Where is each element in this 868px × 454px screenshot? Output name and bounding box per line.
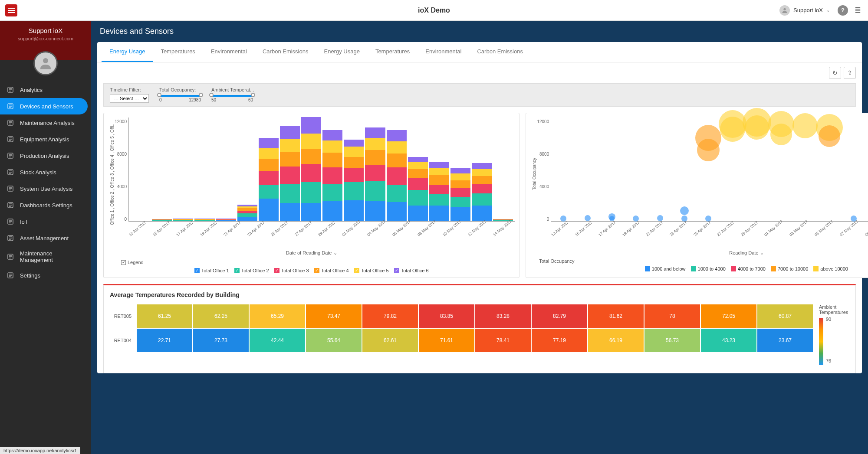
bar-segment	[280, 203, 300, 221]
legend-swatch	[645, 266, 650, 271]
occupancy-slider[interactable]	[159, 95, 201, 97]
bar-segment	[387, 185, 407, 202]
timeline-filter-select[interactable]: --- Select ---	[110, 94, 149, 103]
svg-point-1	[43, 58, 48, 63]
bar-segment	[472, 163, 492, 169]
bar-segment	[301, 164, 321, 182]
legend-item[interactable]: ✓Total Office 3	[274, 268, 309, 273]
bar-segment	[450, 180, 470, 188]
sidebar-item-devices-and-sensors[interactable]: Devices and Sensors	[0, 98, 88, 114]
scale-mid: 76	[826, 358, 831, 363]
tab-temperatures-1[interactable]: Temperatures	[153, 42, 203, 62]
legend-label: Total Office 1	[201, 268, 229, 273]
heatmap-cell: 65.29	[250, 304, 305, 328]
bar-segment	[322, 130, 342, 140]
bar-segment	[429, 162, 449, 168]
slider-thumb-min[interactable]	[157, 93, 161, 97]
sidebar-item-equipment-analysis[interactable]: Equipment Analysis	[0, 131, 91, 147]
sidebar-item-settings[interactable]: Settings	[0, 267, 91, 284]
nav-icon	[6, 135, 15, 144]
page-title: Devices and Sensors	[91, 21, 868, 42]
refresh-button[interactable]: ↻	[829, 67, 841, 79]
bar-segment	[259, 138, 279, 148]
heatmap-title: Average Temperatures Recorded by Buildin…	[110, 291, 849, 298]
bar-segment	[429, 175, 449, 185]
bar-column	[259, 138, 279, 221]
nav-label: Settings	[20, 272, 40, 279]
legend-item[interactable]: above 10000	[813, 266, 848, 271]
bar-segment	[408, 169, 428, 178]
timeline-filter: Timeline Filter: --- Select ---	[110, 87, 149, 103]
legend-item[interactable]: ✓Total Office 6	[394, 268, 429, 273]
heatmap-panel: Average Temperatures Recorded by Buildin…	[103, 284, 856, 373]
sidebar-item-production-analysis[interactable]: Production Analysis	[0, 147, 91, 164]
tab-energy-usage-4[interactable]: Energy Usage	[316, 42, 367, 62]
tab-environmental-2[interactable]: Environmental	[203, 42, 255, 62]
legend-item[interactable]: 7000 to 10000	[771, 266, 808, 271]
legend-item[interactable]: ✓Total Office 4	[314, 268, 349, 273]
tab-bar: Energy UsageTemperaturesEnvironmentalCar…	[97, 42, 862, 62]
tab-temperatures-5[interactable]: Temperatures	[368, 42, 418, 62]
tab-environmental-6[interactable]: Environmental	[418, 42, 469, 62]
svg-point-0	[783, 8, 786, 10]
legend-item[interactable]: 4000 to 7000	[731, 266, 766, 271]
bubble-x-labels: 13 Apr 201715 Apr 201717 Apr 201719 Apr …	[548, 230, 868, 238]
tab-carbon-emissions-3[interactable]: Carbon Emissions	[255, 42, 316, 62]
sidebar-item-analytics[interactable]: Analytics	[0, 82, 91, 98]
legend-toggle[interactable]: ✓Legend	[121, 260, 144, 265]
slider-thumb-min[interactable]	[209, 93, 214, 97]
menu-button[interactable]	[5, 4, 17, 16]
bubble-legend: 1000 and below1000 to 40004000 to 700070…	[530, 266, 868, 272]
sidebar-item-asset-management[interactable]: Asset Management	[0, 230, 91, 246]
legend-label: Total Office 2	[241, 268, 269, 273]
heatmap-cell: 77.19	[532, 329, 587, 352]
help-button[interactable]: ?	[838, 5, 848, 16]
bar-segment	[259, 199, 279, 221]
list-button[interactable]: ≣	[852, 5, 863, 16]
legend-label: Total Office 5	[361, 268, 389, 273]
heatmap-cell: 82.79	[532, 304, 587, 328]
heatmap-row-label: RET005	[110, 314, 136, 319]
bar-segment	[450, 207, 470, 221]
filter-bar: Timeline Filter: --- Select --- Total Oc…	[103, 83, 856, 107]
bar-segment	[301, 149, 321, 164]
slider-thumb-max[interactable]	[251, 93, 255, 97]
tab-carbon-emissions-7[interactable]: Carbon Emissions	[469, 42, 531, 62]
legend-item[interactable]: ✓Total Office 5	[354, 268, 389, 273]
sidebar-avatar[interactable]	[33, 51, 58, 75]
sidebar-item-dashboards-settings[interactable]: Dashboards Settings	[0, 197, 91, 213]
sidebar-item-stock-analysis[interactable]: Stock Analysis	[0, 164, 91, 180]
legend-item[interactable]: ✓Total Office 1	[194, 268, 229, 273]
tab-energy-usage-0[interactable]: Energy Usage	[102, 42, 153, 62]
ambient-slider[interactable]	[211, 95, 253, 97]
bar-segment	[280, 167, 300, 184]
legend-swatch	[691, 266, 696, 271]
bar-segment	[237, 217, 257, 221]
bar-segment	[472, 206, 492, 221]
sidebar-item-system-use-analysis[interactable]: System Use Analysis	[0, 180, 91, 197]
bar-column	[408, 157, 428, 221]
main: Devices and Sensors Energy UsageTemperat…	[91, 21, 868, 454]
bubble-point	[745, 115, 769, 140]
legend-item[interactable]: 1000 and below	[645, 266, 686, 271]
export-button[interactable]: ⇪	[844, 67, 856, 79]
sidebar-item-maintenance-management[interactable]: Maintenance Management	[0, 246, 91, 267]
heatmap-scale: Ambient Temperatures 90 76	[819, 304, 849, 367]
sidebar-item-maintenance-analysis[interactable]: Maintenance Analysis	[0, 114, 91, 131]
user-name: Support ioX	[793, 7, 823, 13]
legend-swatch	[771, 266, 776, 271]
nav-icon	[6, 168, 15, 176]
legend-item[interactable]: 1000 to 4000	[691, 266, 726, 271]
slider-thumb-max[interactable]	[199, 93, 203, 97]
legend-item[interactable]: ✓Total Office 2	[234, 268, 269, 273]
bubble-plot	[551, 118, 868, 222]
sidebar-item-iot[interactable]: IoT	[0, 213, 91, 230]
ambient-min: 50	[211, 98, 216, 102]
bubble-point	[720, 117, 745, 142]
bar-segment	[429, 185, 449, 194]
heatmap-cell: 56.73	[644, 329, 700, 352]
bubble-point	[697, 139, 720, 161]
heatmap-cell: 79.82	[362, 304, 418, 328]
bar-segment	[280, 152, 300, 167]
user-menu[interactable]: Support ioX ⌄	[776, 3, 833, 17]
